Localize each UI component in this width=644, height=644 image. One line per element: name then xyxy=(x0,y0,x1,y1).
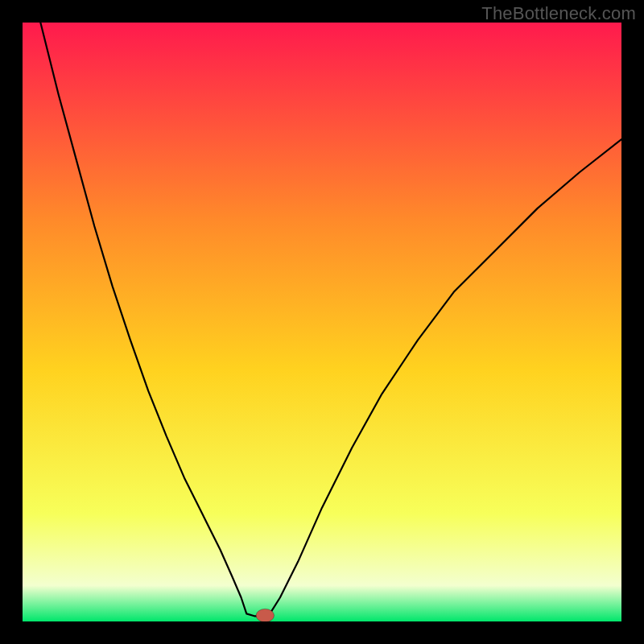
chart-frame: TheBottleneck.com xyxy=(0,0,644,644)
plot-area xyxy=(23,23,621,621)
gradient-background xyxy=(23,23,621,621)
plot-svg xyxy=(23,23,621,621)
optimum-marker xyxy=(256,609,274,621)
watermark-text: TheBottleneck.com xyxy=(481,3,636,24)
